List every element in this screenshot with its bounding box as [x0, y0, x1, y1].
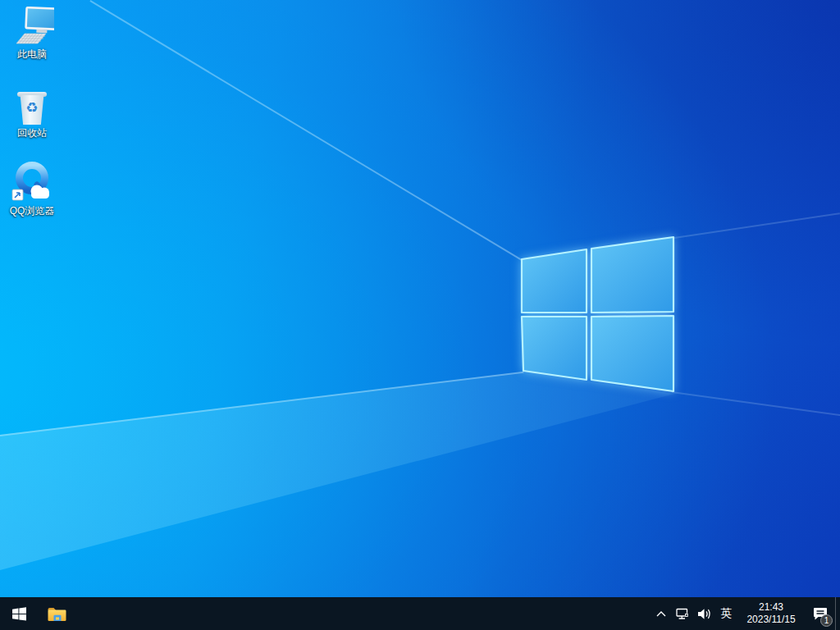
desktop-icon-qq-browser[interactable]: QQ浏览器 — [0, 162, 64, 217]
taskbar-clock[interactable]: 21:43 2023/11/15 — [737, 597, 806, 630]
light-ray-upper-right — [674, 212, 840, 238]
ime-indicator[interactable]: 英 — [715, 597, 737, 630]
windows-logo — [519, 235, 675, 393]
action-center-button[interactable]: 1 — [806, 597, 835, 630]
system-tray: 英 21:43 2023/11/15 1 — [651, 597, 840, 630]
qq-browser-icon — [0, 162, 64, 203]
desktop-icon-this-pc[interactable]: 此电脑 — [0, 5, 64, 61]
windows-desktop: 此电脑 ♻ 回收站 — [0, 0, 840, 630]
network-ethernet-icon — [675, 607, 689, 620]
light-beam-fan — [0, 0, 840, 597]
this-pc-icon — [0, 5, 64, 46]
file-explorer-icon — [47, 605, 67, 623]
clock-time: 21:43 — [759, 601, 783, 614]
desktop-wallpaper — [0, 0, 840, 597]
desktop-icon-recycle-bin[interactable]: ♻ 回收站 — [0, 84, 64, 139]
chevron-up-icon — [655, 609, 667, 619]
recycle-symbol-icon: ♻ — [16, 99, 48, 116]
windows-start-icon — [12, 607, 26, 621]
icon-label-recycle-bin: 回收站 — [17, 127, 47, 139]
speaker-icon — [697, 608, 712, 620]
light-ray-lower-right — [672, 391, 840, 416]
icon-label-qq-browser: QQ浏览器 — [10, 205, 55, 217]
recycle-bin-icon: ♻ — [0, 84, 64, 125]
shortcut-arrow-badge — [12, 189, 23, 200]
light-ray-upper-left — [90, 0, 522, 260]
hidden-icons-button[interactable] — [651, 597, 671, 630]
network-tray-button[interactable] — [671, 597, 693, 630]
file-explorer-button[interactable] — [38, 597, 75, 630]
notification-count-badge: 1 — [820, 614, 833, 627]
show-desktop-button[interactable] — [835, 597, 840, 630]
icon-label-this-pc: 此电脑 — [17, 48, 47, 60]
ime-indicator-label: 英 — [720, 606, 732, 621]
volume-tray-button[interactable] — [693, 597, 715, 630]
light-ray-lower-left — [0, 372, 523, 436]
taskbar: 英 21:43 2023/11/15 1 — [0, 597, 840, 630]
start-button[interactable] — [0, 597, 38, 630]
clock-date: 2023/11/15 — [746, 614, 795, 626]
